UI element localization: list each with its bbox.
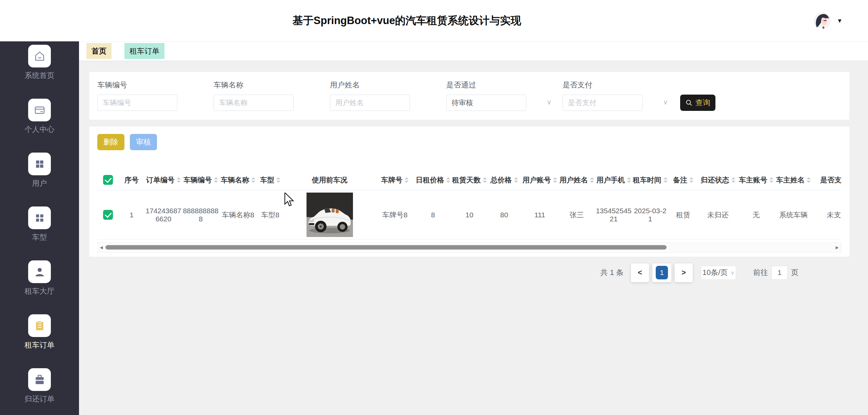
search-button[interactable]: 查询 [680, 95, 715, 111]
sort-icon[interactable] [276, 177, 280, 183]
cell-user-name: 张三 [558, 190, 595, 239]
clipboard-icon [28, 314, 51, 337]
sidebar-item-label: 归还订单 [25, 394, 55, 404]
col-vehicle-name[interactable]: 车辆名称 [219, 170, 257, 190]
sort-icon[interactable] [689, 177, 693, 183]
review-button[interactable]: 审核 [130, 134, 157, 150]
page-size-select[interactable]: 10条/页 ∨ [701, 266, 736, 280]
vehicle-id-input[interactable] [97, 95, 177, 111]
chevron-down-icon[interactable]: ∨ [663, 98, 668, 106]
sort-icon[interactable] [446, 177, 450, 183]
sidebar-item-label: 租车订单 [25, 340, 55, 350]
sort-icon[interactable] [514, 177, 518, 183]
sort-icon[interactable] [769, 177, 773, 183]
field-vehicle-id: 车辆编号 [97, 80, 214, 111]
sort-icon[interactable] [553, 177, 557, 183]
col-owner-account[interactable]: 车主账号 [737, 170, 775, 190]
card-icon [28, 99, 51, 121]
home-icon [28, 45, 51, 67]
sidebar-item-label: 系统首页 [25, 71, 55, 81]
sidebar-item-label: 用户 [32, 178, 47, 189]
col-user-name[interactable]: 用户姓名 [558, 170, 595, 190]
next-page-button[interactable]: > [675, 263, 693, 282]
row-checkbox[interactable] [103, 210, 113, 220]
tab-rental-orders[interactable]: 租车订单 [124, 43, 164, 59]
sidebar-item-label: 租车大厅 [25, 286, 55, 296]
scroll-left-icon[interactable]: ◄ [98, 242, 105, 253]
sort-icon[interactable] [177, 177, 181, 183]
sort-icon[interactable] [483, 177, 487, 183]
content-area: 车辆编号 车辆名称 用户姓名 是否通过 待审核 ∨ [79, 61, 868, 415]
sort-icon[interactable] [627, 177, 631, 183]
col-rent-time[interactable]: 租车时间 [632, 170, 668, 190]
sort-icon[interactable] [405, 177, 409, 183]
sort-icon[interactable] [664, 177, 668, 183]
col-paid[interactable]: 是否支付 [812, 170, 841, 190]
sidebar-item-return-orders[interactable]: 归还订单 [0, 368, 79, 404]
col-plate[interactable]: 车牌号 [375, 170, 414, 190]
prev-page-button[interactable]: < [631, 263, 649, 282]
chevron-down-icon: ∨ [730, 270, 734, 276]
sidebar-item-car-models[interactable]: 车型 [0, 206, 79, 242]
vehicle-name-input[interactable] [214, 95, 294, 111]
cell-owner-account: 无 [737, 190, 775, 239]
field-user-name: 用户姓名 [330, 80, 446, 111]
sidebar-item-rental-orders[interactable]: 租车订单 [0, 314, 79, 350]
sidebar-item-profile[interactable]: 个人中心 [0, 99, 79, 135]
chevron-down-icon[interactable]: ∨ [547, 98, 552, 106]
col-model[interactable]: 车型 [257, 170, 284, 190]
user-name-input[interactable] [330, 95, 410, 111]
avatar[interactable] [814, 12, 831, 29]
col-owner-name[interactable]: 车主姓名 [775, 170, 812, 190]
sort-icon[interactable] [214, 177, 218, 183]
sidebar: 系统首页 个人中心 用户 [0, 41, 79, 415]
col-vehicle-no[interactable]: 车辆编号 [182, 170, 219, 190]
select-placeholder: 是否支付 [568, 98, 596, 107]
col-user-account[interactable]: 用户账号 [521, 170, 558, 190]
select-value: 待审核 [452, 98, 473, 107]
cell-remark: 租赁 [668, 190, 698, 239]
payment-status-select[interactable]: 是否支付 [563, 95, 643, 111]
tab-home[interactable]: 首页 [86, 43, 112, 59]
scroll-right-icon[interactable]: ► [833, 242, 841, 253]
table-panel: 删除 审核 [89, 126, 849, 257]
sidebar-item-users[interactable]: 用户 [0, 153, 79, 189]
search-icon [685, 99, 693, 106]
horizontal-scrollbar[interactable]: ◄ ► [97, 242, 841, 253]
briefcase-icon [28, 368, 51, 391]
person-icon [28, 260, 51, 283]
user-menu[interactable]: ▼ [814, 12, 868, 29]
scrollbar-thumb[interactable] [105, 245, 667, 250]
sort-icon[interactable] [731, 177, 735, 183]
goto-page-input[interactable] [771, 266, 788, 280]
sort-icon[interactable] [807, 177, 811, 183]
grid-icon [28, 206, 51, 229]
col-daily-price[interactable]: 日租价格 [414, 170, 452, 190]
sidebar-item-label: 车型 [32, 232, 47, 242]
tab-bar: 首页 租车订单 [79, 41, 868, 61]
field-label: 车辆名称 [214, 80, 330, 90]
col-user-phone[interactable]: 用户手机 [595, 170, 632, 190]
approval-status-select[interactable]: 待审核 [446, 95, 526, 111]
chevron-down-icon[interactable]: ▼ [837, 18, 843, 24]
col-return-status[interactable]: 归还状态 [698, 170, 737, 190]
field-approval-status: 是否通过 待审核 ∨ [446, 80, 563, 111]
col-remark[interactable]: 备注 [668, 170, 698, 190]
col-order-no[interactable]: 订单编号 [145, 170, 182, 190]
main-area: 首页 租车订单 车辆编号 车辆名称 用户姓名 [79, 41, 868, 415]
sort-icon[interactable] [590, 177, 594, 183]
sidebar-item-rental-hall[interactable]: 租车大厅 [0, 260, 79, 296]
cell-rent-time: 2025-03-21 [632, 190, 668, 239]
select-all-checkbox[interactable] [103, 175, 113, 185]
field-payment-status: 是否支付 是否支付 ∨ [563, 80, 679, 111]
sidebar-item-home[interactable]: 系统首页 [0, 45, 79, 81]
page-1-button[interactable]: 1 [652, 263, 671, 282]
car-photo[interactable] [307, 193, 353, 237]
cell-condition [284, 190, 375, 239]
page-title: 基于SpringBoot+vue的汽车租赁系统设计与实现 [0, 14, 814, 28]
delete-button[interactable]: 删除 [97, 134, 124, 150]
total-count: 共 1 条 [600, 268, 624, 278]
col-days[interactable]: 租赁天数 [452, 170, 487, 190]
sort-icon[interactable] [251, 177, 255, 183]
col-total[interactable]: 总价格 [487, 170, 521, 190]
